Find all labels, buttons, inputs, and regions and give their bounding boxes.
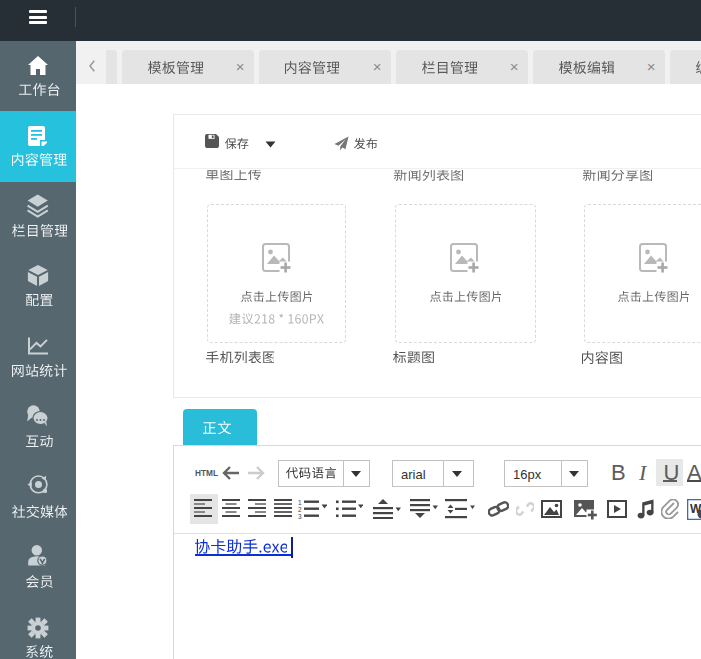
svg-text:3: 3 [298,513,302,520]
svg-text:2: 2 [298,506,302,513]
